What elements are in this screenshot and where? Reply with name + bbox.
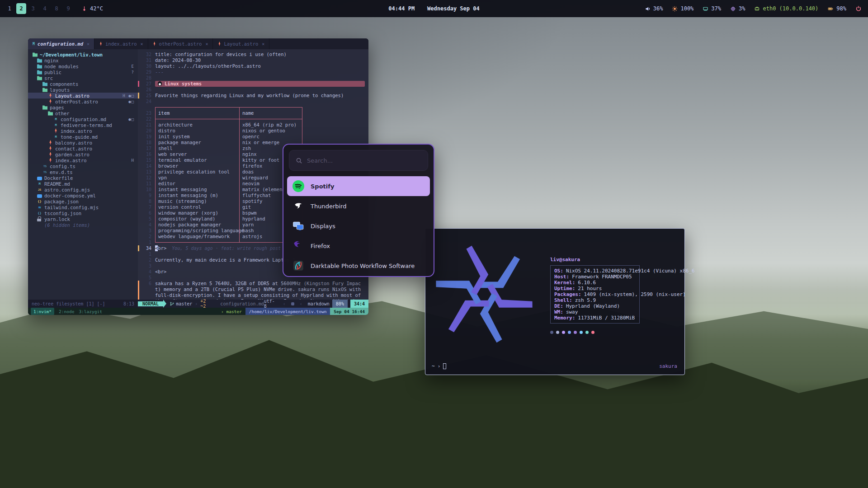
tree-item[interactable]: node_modules E: [28, 63, 138, 69]
line-number: 25: [142, 93, 155, 99]
battery-module[interactable]: 98%: [827, 5, 846, 12]
workspace-button[interactable]: 2: [16, 3, 26, 14]
memory-module[interactable]: 37%: [703, 5, 721, 12]
git-blame-text: You, 5 days ago · feat: write rough post…: [172, 245, 297, 251]
info-value: Hyprland (Wayland): [566, 303, 620, 309]
search-input[interactable]: [307, 157, 421, 164]
editor-tab[interactable]: configuration.md ×: [28, 38, 94, 49]
tmux-window[interactable]: 2:node: [59, 308, 74, 315]
temperature-module[interactable]: 42°C: [81, 5, 103, 12]
info-row: DE: Hyprland (Wayland): [554, 303, 636, 309]
file-type-icon: [48, 99, 53, 104]
app-row[interactable]: Thunderbird: [287, 196, 430, 216]
tree-item-label: index.astro: [55, 158, 87, 163]
clock[interactable]: 04:44 PM Wednesday Sep 04: [388, 5, 479, 12]
workspace-button[interactable]: 1: [5, 3, 14, 14]
workspace-button[interactable]: 3: [28, 3, 38, 14]
file-type-icon: [37, 187, 42, 192]
cpu-module[interactable]: 3%: [730, 5, 745, 12]
workspace-button[interactable]: 8: [52, 3, 61, 14]
editor-tab[interactable]: Layout.astro ×: [213, 38, 269, 49]
table-cell-item: version control: [155, 204, 239, 210]
line-number: 30: [142, 63, 155, 69]
powerline-separator: [163, 300, 166, 308]
editor-line: 28: [138, 75, 368, 81]
tree-item[interactable]: tone-guide.md: [28, 134, 138, 140]
nixos-logo: [432, 239, 537, 350]
tree-item[interactable]: tsconfig.json: [28, 210, 138, 216]
gutter-sign: [138, 69, 141, 75]
tree-item[interactable]: index.astro H: [28, 157, 138, 163]
tab-label: otherPost.astro: [159, 41, 202, 47]
volume-module[interactable]: 36%: [645, 5, 663, 12]
editor-tab[interactable]: index.astro ×: [94, 38, 148, 49]
editor-tab[interactable]: otherPost.astro ×: [148, 38, 213, 49]
tree-item[interactable]: components: [28, 81, 138, 87]
git-branch: master: [170, 301, 192, 306]
table-line: 22: [138, 116, 368, 122]
tree-item[interactable]: public ?: [28, 69, 138, 75]
workspace-button[interactable]: 4: [40, 3, 50, 14]
line-number: 1: [142, 251, 155, 257]
line-text: br>: [158, 245, 166, 251]
tree-item[interactable]: ~/Development/liv.town: [28, 52, 138, 57]
tree-item[interactable]: package.json: [28, 198, 138, 204]
app-row[interactable]: Firefox: [287, 236, 430, 256]
filetype-icon: [291, 302, 294, 305]
gutter-sign: [138, 275, 141, 281]
tree-item[interactable]: nginx: [28, 57, 138, 63]
tree-item[interactable]: config.ts: [28, 163, 138, 169]
info-label: Shell:: [554, 297, 572, 303]
tree-item[interactable]: contact.astro: [28, 145, 138, 151]
app-row[interactable]: Spotify: [287, 176, 430, 196]
table-cell-name: [239, 116, 302, 122]
tree-item[interactable]: other: [28, 110, 138, 116]
tree-item[interactable]: yarn.lock: [28, 216, 138, 222]
tree-item-label: Layout.astro: [55, 93, 90, 99]
line-number: 31: [142, 57, 155, 63]
editor-line: 26: [138, 87, 368, 93]
power-button[interactable]: [855, 5, 862, 12]
tmux-window[interactable]: 1:nvim*: [31, 308, 54, 315]
tree-item[interactable]: index.astro: [28, 128, 138, 134]
tree-item[interactable]: tailwind.config.mjs: [28, 204, 138, 210]
table-cell-item: [155, 239, 239, 243]
workspace-number: 9: [66, 5, 70, 12]
info-row: Kernel: 6.10.6: [554, 280, 636, 286]
info-value: zsh 5.9: [575, 297, 596, 303]
network-module[interactable]: eth0 (10.0.0.140): [754, 5, 818, 12]
workspace-button[interactable]: 9: [63, 3, 73, 14]
tree-item[interactable]: README.md: [28, 181, 138, 187]
tree-item[interactable]: Layout.astro H ●□: [28, 93, 138, 99]
brightness-module[interactable]: 100%: [672, 5, 693, 12]
tmux-window[interactable]: 3:lazygit: [79, 308, 102, 315]
tab-close-icon[interactable]: ×: [87, 42, 90, 47]
terminal-prompt[interactable]: ~ ›: [432, 363, 446, 369]
tree-item[interactable]: (6 hidden items): [28, 222, 138, 228]
tree-item[interactable]: astro.config.mjs: [28, 187, 138, 192]
tree-item[interactable]: layouts: [28, 87, 138, 93]
tree-item[interactable]: pages: [28, 104, 138, 110]
tab-close-icon[interactable]: ×: [205, 42, 208, 47]
tree-item[interactable]: docker-compose.yml: [28, 192, 138, 198]
fastfetch-terminal[interactable]: liv@sakura OS: NixOS 24.11.20240828.71e9…: [425, 228, 685, 375]
tree-item[interactable]: otherPost.astro ●□: [28, 99, 138, 104]
tree-item[interactable]: balcony.astro: [28, 140, 138, 145]
tab-close-icon[interactable]: ×: [262, 42, 264, 47]
tree-item[interactable]: configuration.md ●□: [28, 116, 138, 122]
app-row[interactable]: Darktable Photo Workflow Software: [287, 256, 430, 276]
tree-item[interactable]: env.d.ts: [28, 169, 138, 175]
tree-item[interactable]: fediverse-terms.md: [28, 122, 138, 128]
tree-item-label: other: [55, 111, 70, 116]
info-value: sway: [566, 309, 578, 315]
launcher-search[interactable]: [289, 150, 428, 171]
line-number: 4: [142, 269, 155, 275]
file-tree: ~/Development/liv.town nginx node_module…: [28, 49, 138, 300]
tab-close-icon[interactable]: ×: [141, 42, 143, 47]
tree-item[interactable]: src: [28, 75, 138, 81]
tree-item[interactable]: garden.astro: [28, 151, 138, 157]
table-cell-item: shell: [155, 145, 239, 151]
line-number: 14: [142, 163, 155, 169]
tree-item[interactable]: Dockerfile: [28, 175, 138, 181]
app-row[interactable]: Displays: [287, 216, 430, 236]
